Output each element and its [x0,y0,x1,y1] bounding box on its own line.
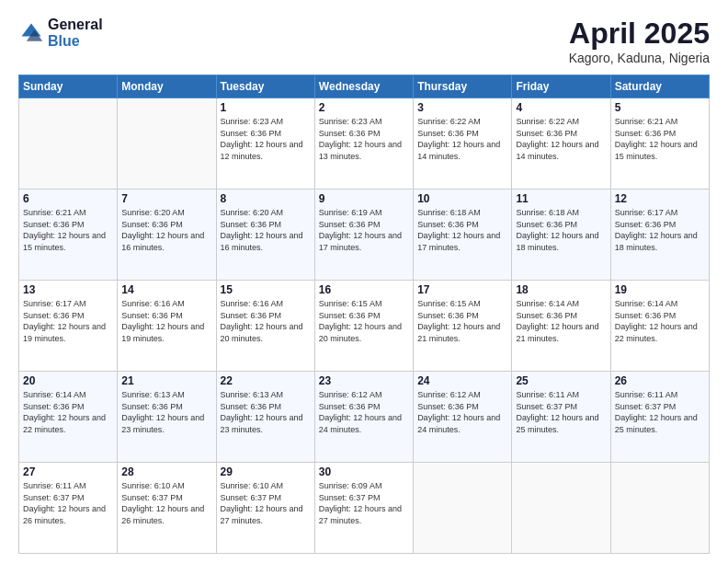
day-number: 13 [23,283,113,296]
day-info: Sunrise: 6:21 AM Sunset: 6:36 PM Dayligh… [615,116,705,162]
day-number: 14 [121,283,211,296]
location: Kagoro, Kaduna, Nigeria [569,51,710,65]
day-header-thursday: Thursday [414,75,512,98]
calendar-cell: 18Sunrise: 6:14 AM Sunset: 6:36 PM Dayli… [512,281,610,372]
calendar: SundayMondayTuesdayWednesdayThursdayFrid… [18,75,710,554]
calendar-cell: 11Sunrise: 6:18 AM Sunset: 6:36 PM Dayli… [512,190,610,281]
day-number: 28 [121,465,211,478]
day-number: 8 [221,192,311,205]
month-title: April 2025 [569,17,710,51]
day-number: 7 [121,192,211,205]
calendar-cell: 1Sunrise: 6:23 AM Sunset: 6:36 PM Daylig… [216,98,314,190]
day-info: Sunrise: 6:16 AM Sunset: 6:36 PM Dayligh… [121,298,211,344]
calendar-cell: 3Sunrise: 6:22 AM Sunset: 6:36 PM Daylig… [414,98,512,190]
calendar-cell: 28Sunrise: 6:10 AM Sunset: 6:37 PM Dayli… [118,463,216,554]
calendar-cell: 20Sunrise: 6:14 AM Sunset: 6:36 PM Dayli… [19,372,118,463]
day-number: 21 [121,374,211,387]
logo: General Blue [18,17,103,49]
calendar-cell [414,463,512,554]
day-number: 26 [615,374,705,387]
day-number: 12 [615,192,705,205]
calendar-cell: 13Sunrise: 6:17 AM Sunset: 6:36 PM Dayli… [19,281,118,372]
day-number: 6 [23,192,113,205]
day-info: Sunrise: 6:15 AM Sunset: 6:36 PM Dayligh… [417,298,507,344]
day-number: 4 [516,101,606,114]
calendar-cell: 14Sunrise: 6:16 AM Sunset: 6:36 PM Dayli… [118,281,216,372]
calendar-cell: 21Sunrise: 6:13 AM Sunset: 6:36 PM Dayli… [118,372,216,463]
day-info: Sunrise: 6:20 AM Sunset: 6:36 PM Dayligh… [121,207,211,253]
day-number: 20 [23,374,113,387]
calendar-week-row: 6Sunrise: 6:21 AM Sunset: 6:36 PM Daylig… [19,190,710,281]
page: General Blue April 2025 Kagoro, Kaduna, … [0,0,728,563]
calendar-cell: 17Sunrise: 6:15 AM Sunset: 6:36 PM Dayli… [414,281,512,372]
day-header-wednesday: Wednesday [314,75,413,98]
day-info: Sunrise: 6:14 AM Sunset: 6:36 PM Dayligh… [615,298,705,344]
day-header-friday: Friday [512,75,610,98]
day-header-tuesday: Tuesday [216,75,314,98]
day-info: Sunrise: 6:10 AM Sunset: 6:37 PM Dayligh… [221,480,311,526]
day-header-saturday: Saturday [610,75,709,98]
day-number: 10 [417,192,507,205]
calendar-week-row: 13Sunrise: 6:17 AM Sunset: 6:36 PM Dayli… [19,281,710,372]
calendar-cell: 7Sunrise: 6:20 AM Sunset: 6:36 PM Daylig… [118,190,216,281]
calendar-cell [512,463,610,554]
day-number: 19 [615,283,705,296]
day-info: Sunrise: 6:12 AM Sunset: 6:36 PM Dayligh… [319,389,409,435]
day-info: Sunrise: 6:14 AM Sunset: 6:36 PM Dayligh… [516,298,606,344]
day-info: Sunrise: 6:11 AM Sunset: 6:37 PM Dayligh… [23,480,113,526]
calendar-cell: 19Sunrise: 6:14 AM Sunset: 6:36 PM Dayli… [610,281,709,372]
day-info: Sunrise: 6:09 AM Sunset: 6:37 PM Dayligh… [319,480,409,526]
day-info: Sunrise: 6:11 AM Sunset: 6:37 PM Dayligh… [516,389,606,435]
day-info: Sunrise: 6:23 AM Sunset: 6:36 PM Dayligh… [319,116,409,162]
day-number: 15 [221,283,311,296]
day-info: Sunrise: 6:13 AM Sunset: 6:36 PM Dayligh… [121,389,211,435]
calendar-cell [19,98,118,190]
calendar-cell: 6Sunrise: 6:21 AM Sunset: 6:36 PM Daylig… [19,190,118,281]
day-header-monday: Monday [118,75,216,98]
day-number: 27 [23,465,113,478]
day-number: 24 [417,374,507,387]
day-info: Sunrise: 6:15 AM Sunset: 6:36 PM Dayligh… [319,298,409,344]
calendar-week-row: 20Sunrise: 6:14 AM Sunset: 6:36 PM Dayli… [19,372,710,463]
calendar-cell [610,463,709,554]
header: General Blue April 2025 Kagoro, Kaduna, … [18,17,710,65]
day-number: 2 [319,101,409,114]
day-number: 18 [516,283,606,296]
calendar-cell: 9Sunrise: 6:19 AM Sunset: 6:36 PM Daylig… [314,190,413,281]
calendar-cell: 15Sunrise: 6:16 AM Sunset: 6:36 PM Dayli… [216,281,314,372]
day-number: 9 [319,192,409,205]
day-number: 29 [221,465,311,478]
calendar-cell: 26Sunrise: 6:11 AM Sunset: 6:37 PM Dayli… [610,372,709,463]
calendar-cell: 23Sunrise: 6:12 AM Sunset: 6:36 PM Dayli… [314,372,413,463]
day-info: Sunrise: 6:21 AM Sunset: 6:36 PM Dayligh… [23,207,113,253]
title-block: April 2025 Kagoro, Kaduna, Nigeria [569,17,710,65]
calendar-cell: 4Sunrise: 6:22 AM Sunset: 6:36 PM Daylig… [512,98,610,190]
day-number: 5 [615,101,705,114]
day-info: Sunrise: 6:16 AM Sunset: 6:36 PM Dayligh… [221,298,311,344]
calendar-cell: 30Sunrise: 6:09 AM Sunset: 6:37 PM Dayli… [314,463,413,554]
day-number: 16 [319,283,409,296]
calendar-week-row: 1Sunrise: 6:23 AM Sunset: 6:36 PM Daylig… [19,98,710,190]
calendar-cell: 27Sunrise: 6:11 AM Sunset: 6:37 PM Dayli… [19,463,118,554]
day-info: Sunrise: 6:22 AM Sunset: 6:36 PM Dayligh… [417,116,507,162]
calendar-cell: 5Sunrise: 6:21 AM Sunset: 6:36 PM Daylig… [610,98,709,190]
logo-text: General Blue [48,17,103,49]
day-number: 25 [516,374,606,387]
calendar-cell: 29Sunrise: 6:10 AM Sunset: 6:37 PM Dayli… [216,463,314,554]
day-number: 11 [516,192,606,205]
day-info: Sunrise: 6:13 AM Sunset: 6:36 PM Dayligh… [221,389,311,435]
calendar-cell: 10Sunrise: 6:18 AM Sunset: 6:36 PM Dayli… [414,190,512,281]
day-number: 22 [221,374,311,387]
calendar-cell: 22Sunrise: 6:13 AM Sunset: 6:36 PM Dayli… [216,372,314,463]
logo-general: General [48,17,103,33]
day-number: 17 [417,283,507,296]
day-info: Sunrise: 6:20 AM Sunset: 6:36 PM Dayligh… [221,207,311,253]
day-number: 23 [319,374,409,387]
day-info: Sunrise: 6:19 AM Sunset: 6:36 PM Dayligh… [319,207,409,253]
day-info: Sunrise: 6:18 AM Sunset: 6:36 PM Dayligh… [417,207,507,253]
day-info: Sunrise: 6:22 AM Sunset: 6:36 PM Dayligh… [516,116,606,162]
calendar-header-row: SundayMondayTuesdayWednesdayThursdayFrid… [19,75,710,98]
calendar-cell: 24Sunrise: 6:12 AM Sunset: 6:36 PM Dayli… [414,372,512,463]
calendar-week-row: 27Sunrise: 6:11 AM Sunset: 6:37 PM Dayli… [19,463,710,554]
calendar-cell: 16Sunrise: 6:15 AM Sunset: 6:36 PM Dayli… [314,281,413,372]
